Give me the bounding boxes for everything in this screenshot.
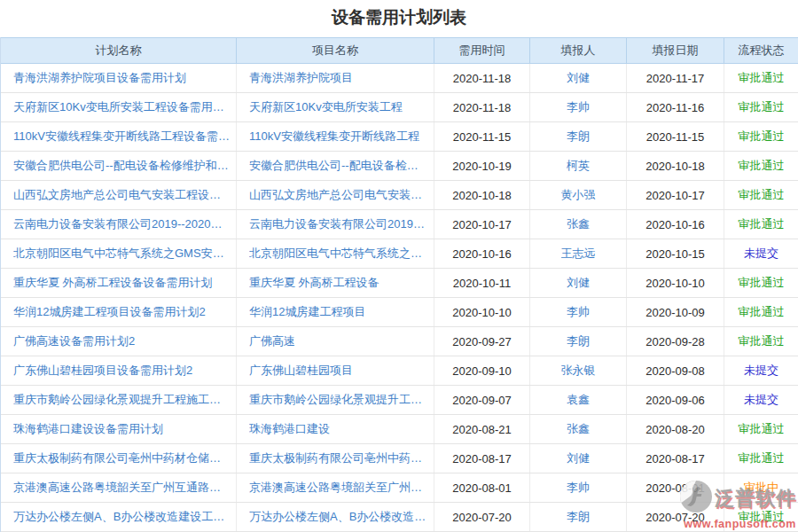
need-date-value: 2020-08-21 <box>434 415 530 443</box>
plan-name-link[interactable]: 青海洪湖养护院项目设备需用计划 <box>13 70 186 86</box>
status-badge: 审批中 <box>724 473 798 502</box>
status-badge: 审批通过 <box>724 152 798 180</box>
plan-name-link[interactable]: 华润12城房建工程项目设备需用计划2 <box>13 304 206 320</box>
status-badge: 审批通过 <box>724 122 798 151</box>
project-name-link[interactable]: 京港澳高速公路粤境韶关至广州互通... <box>249 480 428 496</box>
plan-name-link[interactable]: 重庆华夏 外高桥工程设备设备需用计划 <box>13 275 213 291</box>
equipment-plan-list-page: 设备需用计划列表 计划名称 项目名称 需用时间 填报人 填报日期 流程状态 青海… <box>0 0 798 532</box>
filler-link[interactable]: 柯英 <box>567 158 590 174</box>
table-row: 天府新区10Kv变电所安装工程设备需用计划 天府新区10Kv变电所安装工程 20… <box>1 93 798 122</box>
plan-name-link[interactable]: 京港澳高速公路粤境韶关至广州互通路面改造... <box>13 480 231 496</box>
filler-link[interactable]: 刘健 <box>567 70 590 86</box>
plan-name-link[interactable]: 广东佛山碧桂园项目设备需用计划2 <box>13 363 192 379</box>
filler-link[interactable]: 王志远 <box>561 246 596 262</box>
filler-link[interactable]: 张鑫 <box>567 421 590 437</box>
project-name-link[interactable]: 重庆华夏 外高桥工程设备 <box>249 275 379 291</box>
fill-date-value: 2020-07-20 <box>627 503 724 531</box>
table-row: 万达办公楼左侧A、B办公楼改造建设工程设备... 万达办公楼左侧A、B办公楼改造… <box>1 503 798 532</box>
fill-date-value: 2020-09-06 <box>627 386 724 414</box>
header-cell-status: 流程状态 <box>724 38 798 63</box>
filler-link[interactable]: 李朗 <box>567 509 590 525</box>
project-name-link[interactable]: 山西弘文房地产总公司电气安装工程 <box>249 187 428 203</box>
project-name-link[interactable]: 安徽合肥供电公司--配电设备检修维... <box>249 158 428 174</box>
table-body: 青海洪湖养护院项目设备需用计划 青海洪湖养护院项目 2020-11-18 刘健 … <box>1 64 798 532</box>
need-date-value: 2020-09-27 <box>434 327 530 356</box>
filler-link[interactable]: 刘健 <box>567 275 590 291</box>
plan-name-link[interactable]: 山西弘文房地产总公司电气安装工程设备需用... <box>13 187 231 203</box>
filler-link[interactable]: 黄小强 <box>561 187 596 203</box>
project-name-link[interactable]: 重庆市鹅岭公园绿化景观提升工程施工 <box>249 392 428 408</box>
plan-name-link[interactable]: 广佛高速设备需用计划2 <box>13 333 135 349</box>
filler-link[interactable]: 李朗 <box>567 333 590 349</box>
header-cell-fill-date: 填报日期 <box>627 38 724 63</box>
filler-link[interactable]: 张鑫 <box>567 216 590 232</box>
filler-link[interactable]: 李朗 <box>567 129 590 145</box>
status-badge: 审批通过 <box>724 93 798 121</box>
fill-date-value: 2020-10-18 <box>627 152 724 180</box>
table-header: 计划名称 项目名称 需用时间 填报人 填报日期 流程状态 <box>1 37 798 64</box>
plan-name-link[interactable]: 重庆市鹅岭公园绿化景观提升工程施工设备需... <box>13 392 231 408</box>
need-date-value: 2020-09-10 <box>434 356 530 385</box>
plan-table: 计划名称 项目名称 需用时间 填报人 填报日期 流程状态 青海洪湖养护院项目设备… <box>0 37 798 532</box>
fill-date-value: 2020-11-16 <box>627 93 724 121</box>
fill-date-value: 2020-09-28 <box>627 327 724 356</box>
table-row: 重庆市鹅岭公园绿化景观提升工程施工设备需... 重庆市鹅岭公园绿化景观提升工程施… <box>1 386 798 415</box>
table-row: 云南电力设备安装有限公司2019--2020年度劳... 云南电力设备安装有限公… <box>1 210 798 239</box>
need-date-value: 2020-10-10 <box>434 298 530 326</box>
plan-name-link[interactable]: 110kV安徽线程集变开断线路工程设备需用计划 <box>13 129 231 145</box>
status-badge: 审批通过 <box>724 503 798 531</box>
filler-link[interactable]: 李帅 <box>567 480 590 496</box>
project-name-link[interactable]: 北京朝阳区电气中芯特气系统之GMS... <box>249 246 428 262</box>
filler-link[interactable]: 张永银 <box>561 363 596 379</box>
project-name-link[interactable]: 110kV安徽线程集变开断线路工程 <box>249 129 419 145</box>
status-badge: 审批通过 <box>724 269 798 297</box>
table-row: 北京朝阳区电气中芯特气系统之GMS安装设备... 北京朝阳区电气中芯特气系统之G… <box>1 239 798 269</box>
status-badge: 审批通过 <box>724 415 798 443</box>
table-row: 110kV安徽线程集变开断线路工程设备需用计划 110kV安徽线程集变开断线路工… <box>1 122 798 152</box>
fill-date-value: 2020-10-16 <box>627 210 724 239</box>
fill-date-value: 2020-08-17 <box>627 444 724 473</box>
project-name-link[interactable]: 天府新区10Kv变电所安装工程 <box>249 99 403 115</box>
fill-date-value: 2020-10-10 <box>627 269 724 297</box>
header-cell-plan-name: 计划名称 <box>1 38 237 63</box>
table-row: 珠海鹤港口建设设备需用计划 珠海鹤港口建设 2020-08-21 张鑫 2020… <box>1 415 798 444</box>
plan-name-link[interactable]: 珠海鹤港口建设设备需用计划 <box>13 421 163 437</box>
header-cell-project-name: 项目名称 <box>237 38 434 63</box>
project-name-link[interactable]: 广佛高速 <box>249 333 295 349</box>
status-badge: 审批通过 <box>724 444 798 473</box>
need-date-value: 2020-11-18 <box>434 93 530 121</box>
project-name-link[interactable]: 青海洪湖养护院项目 <box>249 70 353 86</box>
fill-date-value: 2020-11-15 <box>627 122 724 151</box>
project-name-link[interactable]: 重庆太极制药有限公司亳州中药材仓... <box>249 450 428 466</box>
need-date-value: 2020-10-19 <box>434 152 530 180</box>
fill-date-value: 2020-10-15 <box>627 239 724 268</box>
table-row: 青海洪湖养护院项目设备需用计划 青海洪湖养护院项目 2020-11-18 刘健 … <box>1 64 798 93</box>
status-badge: 未提交 <box>724 356 798 385</box>
fill-date-value: 2020-11-17 <box>627 64 724 92</box>
plan-name-link[interactable]: 天府新区10Kv变电所安装工程设备需用计划 <box>13 99 231 115</box>
project-name-link[interactable]: 万达办公楼左侧A、B办公楼改造建设... <box>249 509 428 525</box>
project-name-link[interactable]: 华润12城房建工程项目 <box>249 304 365 320</box>
need-date-value: 2020-07-20 <box>434 503 530 531</box>
filler-link[interactable]: 李帅 <box>567 304 590 320</box>
need-date-value: 2020-10-17 <box>434 210 530 239</box>
table-row: 山西弘文房地产总公司电气安装工程设备需用... 山西弘文房地产总公司电气安装工程… <box>1 181 798 210</box>
plan-name-link[interactable]: 云南电力设备安装有限公司2019--2020年度劳... <box>13 216 231 232</box>
project-name-link[interactable]: 广东佛山碧桂园项目 <box>249 363 353 379</box>
filler-link[interactable]: 李帅 <box>567 99 590 115</box>
plan-name-link[interactable]: 万达办公楼左侧A、B办公楼改造建设工程设备... <box>13 509 231 525</box>
table-row: 重庆华夏 外高桥工程设备设备需用计划 重庆华夏 外高桥工程设备 2020-10-… <box>1 269 798 298</box>
project-name-link[interactable]: 云南电力设备安装有限公司2019--202... <box>249 216 428 232</box>
fill-date-value: 2020-08-20 <box>627 415 724 443</box>
plan-name-link[interactable]: 北京朝阳区电气中芯特气系统之GMS安装设备... <box>13 246 231 262</box>
filler-link[interactable]: 袁鑫 <box>567 392 590 408</box>
project-name-link[interactable]: 珠海鹤港口建设 <box>249 421 330 437</box>
status-badge: 未提交 <box>724 239 798 268</box>
filler-link[interactable]: 刘健 <box>567 450 590 466</box>
table-row: 广佛高速设备需用计划2 广佛高速 2020-09-27 李朗 2020-09-2… <box>1 327 798 356</box>
plan-name-link[interactable]: 重庆太极制药有限公司亳州中药材仓储物流基... <box>13 450 231 466</box>
need-date-value: 2020-11-18 <box>434 64 530 92</box>
header-cell-need-date: 需用时间 <box>434 38 530 63</box>
plan-name-link[interactable]: 安徽合肥供电公司--配电设备检修维护和改造... <box>13 158 231 174</box>
fill-date-value: 2020-08-01 <box>627 473 724 502</box>
